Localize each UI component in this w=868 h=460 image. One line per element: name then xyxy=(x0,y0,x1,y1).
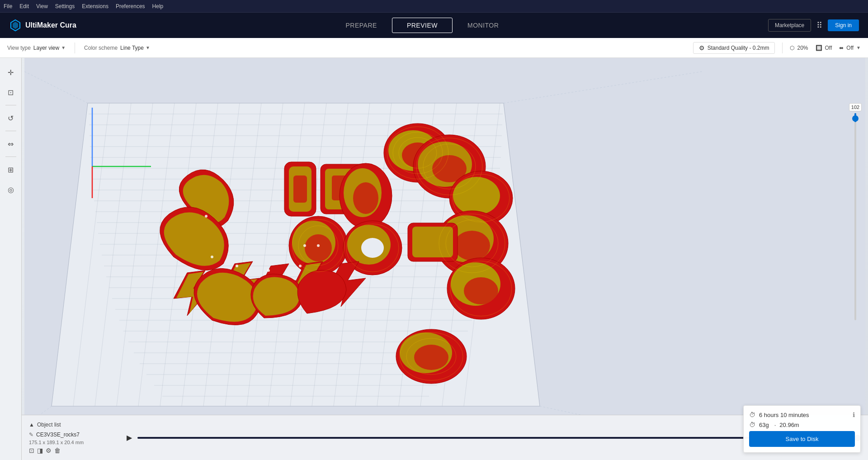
mirror-tool[interactable]: ⇔ xyxy=(4,137,18,151)
adhesion-arrow: ▼ xyxy=(856,45,861,50)
object-item-edit-icon: ✎ xyxy=(29,432,33,438)
object-dimensions: 175.1 x 189.1 x 20.4 mm xyxy=(29,440,119,445)
support-icon: 🔲 xyxy=(816,45,822,51)
view-type-arrow: ▼ xyxy=(61,45,66,50)
svg-point-66 xyxy=(464,277,498,304)
svg-point-82 xyxy=(366,242,379,254)
print-weight: 63g xyxy=(759,422,769,428)
tab-monitor[interactable]: MONITOR xyxy=(453,18,514,33)
tool-separator-3 xyxy=(5,156,16,157)
layer-slider[interactable]: 102 xyxy=(850,103,861,320)
svg-point-91 xyxy=(299,265,302,267)
weight-icon: ⏱ xyxy=(749,421,755,428)
support-group: 🔲 Off xyxy=(816,45,832,51)
canvas-area[interactable]: 102 xyxy=(22,58,868,460)
obj-settings-icon[interactable]: ⚙ xyxy=(46,447,52,454)
svg-rect-84 xyxy=(412,227,453,257)
title-bar: UltiMaker Cura PREPARE PREVIEW MONITOR M… xyxy=(0,13,868,38)
marketplace-button[interactable]: Marketplace xyxy=(768,19,811,32)
print-time: 6 hours 10 minutes xyxy=(759,412,809,418)
view-type-value: Layer view xyxy=(33,45,59,51)
obj-center-icon[interactable]: ⊡ xyxy=(29,447,34,454)
object-list-title: Object list xyxy=(37,422,61,428)
menu-bar: File Edit View Settings Extensions Prefe… xyxy=(0,0,868,13)
undo-tool[interactable]: ↺ xyxy=(4,111,18,125)
color-scheme-dropdown[interactable]: Line Type ▼ xyxy=(120,45,150,51)
layer-slider-track[interactable] xyxy=(854,113,856,320)
object-item-name: CE3V3SE_rocks7 xyxy=(36,432,80,438)
color-scheme-arrow: ▼ xyxy=(146,45,150,50)
title-bar-right: Marketplace ⠿ Sign in xyxy=(768,19,859,32)
print-time-row: ⏱ 6 hours 10 minutes ℹ xyxy=(749,411,855,418)
print-weight-row: ⏱ 63g · 20.96m xyxy=(749,421,855,428)
tab-preview[interactable]: PREVIEW xyxy=(392,18,453,33)
toolbar-right: ⚙ Standard Quality - 0.2mm ⬡ 20% 🔲 Off ⬌… xyxy=(693,42,861,54)
settings-icon: ⚙ xyxy=(699,44,705,52)
play-button[interactable]: ▶ xyxy=(127,433,132,442)
object-list-header[interactable]: ▲ Object list xyxy=(29,422,119,428)
svg-point-63 xyxy=(454,231,490,261)
menu-preferences[interactable]: Preferences xyxy=(116,3,145,9)
menu-edit[interactable]: Edit xyxy=(19,3,29,9)
toolbar: View type Layer view ▼ Color scheme Line… xyxy=(0,38,868,58)
svg-point-93 xyxy=(211,256,213,258)
svg-point-87 xyxy=(414,345,448,370)
apps-icon[interactable]: ⠿ xyxy=(816,20,822,30)
svg-point-89 xyxy=(236,265,238,267)
toolbar-sep-2 xyxy=(782,43,783,53)
print-length: · xyxy=(774,422,776,428)
obj-delete-icon[interactable]: 🗑 xyxy=(54,447,61,454)
quality-button[interactable]: ⚙ Standard Quality - 0.2mm xyxy=(693,42,775,54)
timeline-fill xyxy=(137,437,810,439)
tool-separator-2 xyxy=(5,131,16,131)
svg-point-92 xyxy=(317,244,320,247)
support-value: Off xyxy=(825,45,832,51)
left-toolbar: ✛ ⊡ ↺ ⇔ ⊞ ◎ xyxy=(0,58,22,460)
color-scheme-value: Line Type xyxy=(120,45,144,51)
adhesion-group: ⬌ Off ▼ xyxy=(839,45,861,51)
signin-button[interactable]: Sign in xyxy=(828,19,859,31)
svg-point-88 xyxy=(205,215,208,218)
infill-value: 20% xyxy=(797,45,808,51)
object-list-collapse-icon: ▲ xyxy=(29,422,34,428)
quality-label: Standard Quality - 0.2mm xyxy=(708,45,769,51)
viewport: ✛ ⊡ ↺ ⇔ ⊞ ◎ xyxy=(0,58,868,460)
nav-tabs: PREPARE PREVIEW MONITOR xyxy=(331,18,514,33)
menu-extensions[interactable]: Extensions xyxy=(82,3,108,9)
save-to-disk-button[interactable]: Save to Disk xyxy=(749,431,855,447)
bottom-bar: ▲ Object list ✎ CE3V3SE_rocks7 175.1 x 1… xyxy=(22,415,868,460)
adhesion-value: Off xyxy=(846,45,854,51)
app-logo xyxy=(9,19,22,32)
app-title: UltiMaker Cura xyxy=(25,21,76,29)
viewport-svg xyxy=(22,58,868,460)
obj-view-icon[interactable]: ◨ xyxy=(37,447,43,454)
info-icon[interactable]: ℹ xyxy=(853,411,855,418)
svg-point-75 xyxy=(353,182,378,214)
color-scheme-group: Color scheme Line Type ▼ xyxy=(84,45,150,51)
toolbar-sep-1 xyxy=(75,43,75,53)
layer-slider-thumb[interactable] xyxy=(852,115,859,122)
view-type-group: View type Layer view ▼ xyxy=(7,45,66,51)
color-scheme-label: Color scheme xyxy=(84,45,118,51)
menu-help[interactable]: Help xyxy=(152,3,164,9)
support-tool[interactable]: ◎ xyxy=(4,182,18,197)
logo-area: UltiMaker Cura xyxy=(9,19,76,32)
view-type-dropdown[interactable]: Layer view ▼ xyxy=(33,45,66,51)
svg-point-78 xyxy=(305,234,332,261)
menu-view[interactable]: View xyxy=(36,3,48,9)
scale-tool[interactable]: ⊡ xyxy=(4,85,18,100)
tab-prepare[interactable]: PREPARE xyxy=(331,18,392,33)
tool-separator-1 xyxy=(5,105,16,105)
adhesion-icon: ⬌ xyxy=(839,45,844,51)
print-length-val: 20.96m xyxy=(779,422,799,428)
menu-file[interactable]: File xyxy=(4,3,12,9)
svg-point-90 xyxy=(267,269,270,272)
menu-settings[interactable]: Settings xyxy=(55,3,75,9)
right-info-panel: ⏱ 6 hours 10 minutes ℹ ⏱ 63g · 20.96m Sa… xyxy=(743,405,861,453)
arrange-tool[interactable]: ⊞ xyxy=(4,162,18,177)
infill-icon: ⬡ xyxy=(790,45,794,51)
object-item: ✎ CE3V3SE_rocks7 xyxy=(29,431,119,439)
move-tool[interactable]: ✛ xyxy=(4,65,18,80)
view-type-label: View type xyxy=(7,45,31,51)
svg-rect-69 xyxy=(293,175,307,203)
